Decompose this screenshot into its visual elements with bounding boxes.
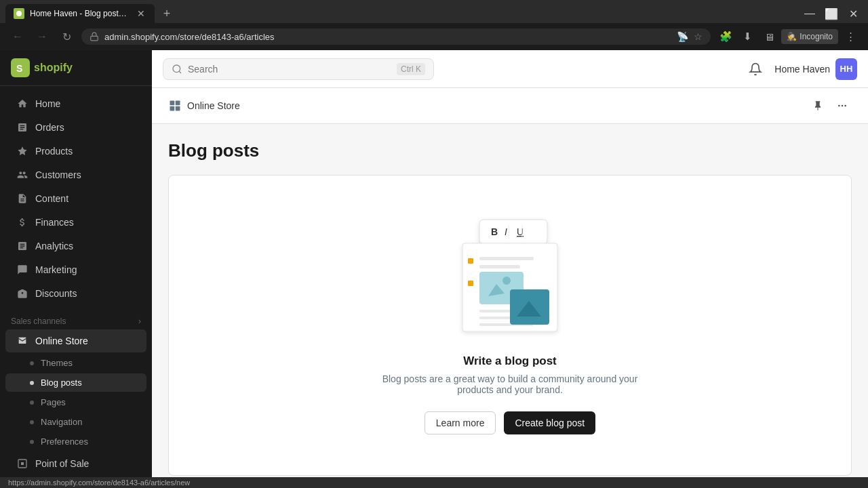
page-content: Blog posts B I — [152, 124, 868, 477]
store-avatar: HH — [835, 58, 857, 80]
search-input[interactable] — [188, 64, 391, 75]
shopify-wordmark: shopify — [34, 62, 73, 74]
sidebar-item-discounts[interactable]: Discounts — [5, 282, 146, 305]
more-button[interactable] — [833, 96, 852, 115]
svg-rect-22 — [479, 257, 534, 260]
create-blog-post-button[interactable]: Create blog post — [504, 411, 595, 434]
back-button[interactable]: ← — [8, 27, 27, 46]
sidebar-item-orders[interactable]: Orders — [5, 116, 146, 139]
sidebar-item-point-of-sale[interactable]: Point of Sale — [5, 452, 146, 475]
svg-rect-23 — [479, 265, 520, 268]
search-bar[interactable]: Ctrl K — [163, 58, 434, 80]
search-icon — [172, 64, 182, 75]
sidebar-item-content[interactable]: Content — [5, 187, 146, 210]
toolbar-icons: 🧩 ⬇ 🖥 🕵 Incognito ⋮ — [716, 27, 860, 46]
finances-icon — [16, 216, 28, 228]
online-store-header-icon — [168, 99, 182, 113]
topbar-right: Home Haven HH — [745, 58, 857, 80]
tab-favicon — [14, 8, 24, 19]
orders-icon — [16, 121, 28, 134]
screen-mirror-icon[interactable]: 🖥 — [760, 27, 778, 46]
expand-sales-channels-icon[interactable]: › — [138, 317, 141, 326]
header-actions — [808, 96, 852, 115]
svg-text:B: B — [491, 226, 498, 237]
svg-rect-21 — [468, 281, 473, 286]
status-bar: https://admin.shopify.com/store/de8143-a… — [0, 477, 868, 488]
svg-point-5 — [173, 65, 180, 73]
download-icon[interactable]: ⬇ — [738, 27, 757, 46]
svg-rect-1 — [91, 36, 98, 40]
bookmark-icon[interactable]: ☆ — [694, 31, 703, 42]
sidebar-item-customers[interactable]: Customers — [5, 163, 146, 186]
svg-point-12 — [844, 105, 846, 107]
sub-nav-dot-pages — [30, 401, 34, 405]
forward-button[interactable]: → — [33, 27, 52, 46]
main-area: Ctrl K Home Haven HH — [152, 50, 868, 477]
discounts-icon — [16, 287, 28, 300]
browser-tab-active[interactable]: Home Haven - Blog posts · Sho... ✕ — [5, 4, 155, 23]
sidebar: S shopify Home Orders — [0, 50, 152, 477]
sidebar-item-analytics[interactable]: Analytics — [5, 235, 146, 258]
sub-nav-dot-themes — [30, 361, 34, 365]
browser-addressbar: ← → ↻ admin.shopify.com/store/de8143-a6/… — [0, 23, 868, 50]
empty-state-heading: Write a blog post — [463, 354, 557, 368]
svg-point-11 — [842, 105, 844, 107]
address-bar[interactable]: admin.shopify.com/store/de8143-a6/articl… — [81, 28, 711, 45]
sub-nav-dot-preferences — [30, 440, 34, 444]
svg-text:U: U — [517, 226, 524, 237]
svg-rect-9 — [176, 106, 180, 111]
sidebar-subitem-pages[interactable]: Pages — [5, 393, 146, 411]
svg-point-0 — [16, 11, 22, 16]
sidebar-subitem-blog-posts[interactable]: Blog posts — [5, 373, 146, 392]
home-icon — [16, 98, 28, 110]
svg-rect-13 — [479, 220, 547, 244]
svg-rect-6 — [170, 101, 175, 106]
sidebar-subitem-preferences[interactable]: Preferences — [5, 432, 146, 451]
maximize-button[interactable]: ⬜ — [822, 4, 841, 23]
browser-chrome: Home Haven - Blog posts · Sho... ✕ + — ⬜… — [0, 0, 868, 50]
content-area: Online Store Blog posts — [152, 88, 868, 477]
cast-icon[interactable]: 📡 — [677, 31, 688, 42]
content-header-label: Online Store — [187, 100, 240, 111]
sidebar-subitem-navigation[interactable]: Navigation — [5, 413, 146, 431]
extensions-icon[interactable]: 🧩 — [716, 27, 735, 46]
sidebar-item-finances[interactable]: Finances — [5, 211, 146, 234]
app: S shopify Home Orders — [0, 50, 868, 477]
blog-illustration: B I U — [442, 216, 578, 338]
incognito-icon: 🕵 — [787, 32, 797, 41]
sidebar-item-products[interactable]: Products — [5, 140, 146, 163]
minimize-button[interactable]: — — [800, 4, 819, 23]
sidebar-item-online-store[interactable]: Online Store — [5, 329, 146, 352]
online-store-icon — [16, 335, 28, 347]
close-button[interactable]: ✕ — [844, 4, 863, 23]
shopify-logo[interactable]: S shopify — [11, 58, 73, 77]
pin-icon — [812, 100, 823, 111]
pin-button[interactable] — [808, 96, 827, 115]
sales-channels-section: Sales channels › — [0, 311, 152, 329]
sidebar-item-home[interactable]: Home — [5, 92, 146, 115]
sub-nav-dot-navigation — [30, 420, 34, 424]
address-icons: 📡 ☆ — [677, 31, 703, 42]
menu-button[interactable]: ⋮ — [841, 27, 860, 46]
sidebar-item-marketing[interactable]: Marketing — [5, 258, 146, 281]
more-icon — [837, 100, 848, 111]
empty-state-description: Blog posts are a great way to build a co… — [368, 373, 652, 395]
sidebar-subitem-themes[interactable]: Themes — [5, 354, 146, 372]
empty-state-card: B I U — [168, 175, 852, 476]
empty-state-actions: Learn more Create blog post — [425, 411, 595, 434]
new-tab-button[interactable]: + — [157, 4, 176, 23]
analytics-icon — [16, 240, 28, 252]
marketing-icon — [16, 264, 28, 276]
notification-button[interactable] — [745, 58, 766, 80]
svg-text:S: S — [16, 63, 22, 74]
address-url: admin.shopify.com/store/de8143-a6/articl… — [104, 32, 275, 42]
svg-rect-20 — [468, 258, 473, 264]
customers-icon — [16, 169, 28, 181]
svg-text:I: I — [505, 226, 507, 237]
browser-titlebar: Home Haven - Blog posts · Sho... ✕ + — ⬜… — [0, 0, 868, 23]
svg-point-26 — [502, 277, 511, 285]
tab-close-button[interactable]: ✕ — [136, 8, 146, 19]
refresh-button[interactable]: ↻ — [57, 27, 76, 46]
store-badge[interactable]: Home Haven HH — [774, 58, 857, 80]
learn-more-button[interactable]: Learn more — [425, 411, 496, 434]
